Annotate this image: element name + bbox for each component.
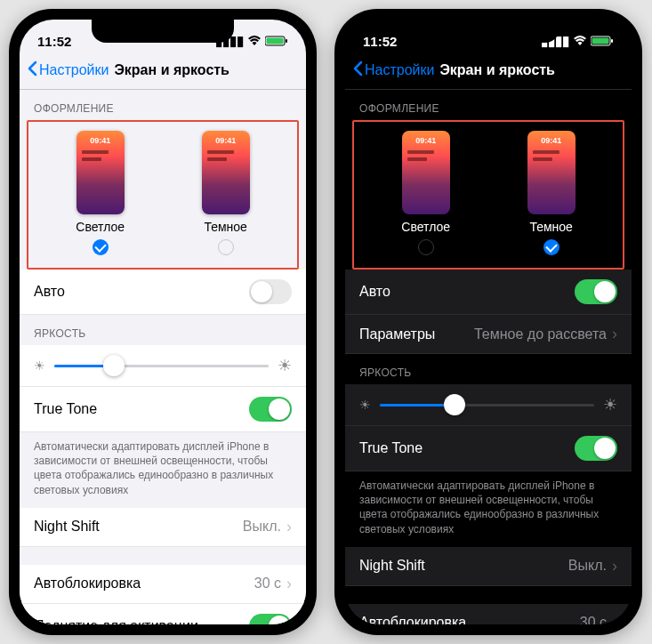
brightness-slider-row: ☀︎ ☀︎ bbox=[20, 345, 306, 387]
theme-label-dark: Темное bbox=[204, 220, 246, 234]
theme-thumb-dark: 09:41 bbox=[527, 131, 576, 214]
theme-label-light: Светлое bbox=[401, 220, 450, 234]
status-time: 11:52 bbox=[363, 34, 397, 49]
chevron-right-icon: › bbox=[612, 557, 617, 576]
brightness-slider-row: ☀︎ ☀︎ bbox=[345, 384, 632, 426]
sun-low-icon: ☀︎ bbox=[34, 358, 45, 373]
theme-radio-light[interactable] bbox=[418, 239, 434, 255]
status-time: 11:52 bbox=[37, 34, 71, 49]
theme-thumb-dark: 09:41 bbox=[202, 131, 250, 214]
chevron-right-icon: › bbox=[612, 614, 617, 624]
back-label: Настройки bbox=[365, 62, 434, 78]
theme-option-dark[interactable]: 09:41 Темное bbox=[527, 131, 576, 255]
chevron-right-icon: › bbox=[612, 325, 617, 343]
row-autolock[interactable]: Автоблокировка 30 с › bbox=[345, 604, 632, 624]
sun-low-icon: ☀︎ bbox=[359, 398, 371, 412]
row-nightshift[interactable]: Night Shift Выкл. › bbox=[345, 547, 632, 586]
section-brightness: ЯРКОСТЬ bbox=[20, 315, 306, 345]
theme-radio-dark[interactable] bbox=[218, 239, 234, 255]
row-autolock[interactable]: Автоблокировка 30 с › bbox=[20, 565, 306, 604]
phone-light: 11:52 ▮▮▮▮ Настройки Экран и яркость ОФО… bbox=[9, 9, 317, 635]
section-brightness: ЯРКОСТЬ bbox=[345, 354, 632, 384]
theme-option-light[interactable]: 09:41 Светлое bbox=[76, 131, 125, 255]
row-nightshift[interactable]: Night Shift Выкл. › bbox=[20, 508, 306, 547]
notch bbox=[92, 20, 234, 43]
truetone-footnote: Автоматически адаптировать дисплей iPhon… bbox=[345, 471, 632, 547]
notch bbox=[417, 20, 559, 43]
theme-panel: 09:41 Светлое 09:41 Темное bbox=[352, 120, 624, 270]
wifi-icon bbox=[573, 34, 587, 49]
section-appearance: ОФОРМЛЕНИЕ bbox=[20, 90, 306, 120]
theme-label-dark: Темное bbox=[529, 220, 572, 234]
nav-bar: Настройки Экран и яркость bbox=[20, 53, 306, 90]
theme-option-light[interactable]: 09:41 Светлое bbox=[401, 131, 450, 255]
chevron-left-icon bbox=[352, 60, 363, 80]
theme-radio-light[interactable] bbox=[93, 239, 109, 255]
battery-icon bbox=[265, 34, 288, 49]
screen: 11:52 ▮▮▮▮ Настройки Экран и яркость ОФО… bbox=[20, 20, 306, 624]
row-auto[interactable]: Авто bbox=[20, 270, 306, 315]
chevron-right-icon: › bbox=[286, 575, 292, 593]
back-button[interactable]: Настройки bbox=[27, 60, 109, 80]
theme-option-dark[interactable]: 09:41 Темное bbox=[202, 131, 250, 255]
svg-rect-5 bbox=[592, 37, 609, 44]
chevron-left-icon bbox=[27, 60, 37, 80]
row-truetone[interactable]: True Tone bbox=[345, 426, 632, 471]
toggle-raise[interactable] bbox=[249, 614, 292, 624]
battery-icon bbox=[591, 34, 614, 49]
row-auto[interactable]: Авто bbox=[345, 270, 632, 315]
page-title: Экран и яркость bbox=[439, 62, 555, 78]
toggle-auto[interactable] bbox=[249, 279, 292, 304]
theme-thumb-light: 09:41 bbox=[76, 131, 125, 214]
back-label: Настройки bbox=[39, 62, 109, 78]
chevron-right-icon: › bbox=[286, 518, 292, 536]
sun-high-icon: ☀︎ bbox=[278, 356, 292, 375]
svg-rect-1 bbox=[286, 39, 287, 43]
back-button[interactable]: Настройки bbox=[352, 60, 434, 80]
section-appearance: ОФОРМЛЕНИЕ bbox=[345, 90, 632, 120]
theme-label-light: Светлое bbox=[76, 220, 125, 234]
row-truetone[interactable]: True Tone bbox=[20, 387, 306, 432]
toggle-truetone[interactable] bbox=[575, 436, 617, 461]
sun-high-icon: ☀︎ bbox=[603, 395, 617, 415]
nav-bar: Настройки Экран и яркость bbox=[345, 53, 632, 90]
theme-thumb-light: 09:41 bbox=[402, 131, 450, 214]
phone-dark: 11:52 ▮▮▮▮ Настройки Экран и яркость ОФО… bbox=[334, 9, 642, 635]
svg-rect-2 bbox=[267, 37, 284, 44]
row-raise[interactable]: Поднятие для активации bbox=[20, 604, 306, 624]
toggle-truetone[interactable] bbox=[249, 397, 292, 422]
toggle-auto[interactable] bbox=[575, 279, 617, 304]
screen: 11:52 ▮▮▮▮ Настройки Экран и яркость ОФО… bbox=[345, 20, 632, 624]
brightness-slider[interactable] bbox=[54, 365, 269, 367]
row-options[interactable]: Параметры Темное до рассвета › bbox=[345, 315, 632, 354]
page-title: Экран и яркость bbox=[114, 62, 229, 78]
brightness-slider[interactable] bbox=[380, 404, 594, 407]
svg-rect-4 bbox=[611, 39, 613, 43]
theme-panel: 09:41 Светлое 09:41 Темное bbox=[27, 120, 299, 270]
theme-radio-dark[interactable] bbox=[543, 239, 559, 255]
wifi-icon bbox=[247, 34, 262, 49]
truetone-footnote: Автоматически адаптировать дисплей iPhon… bbox=[20, 432, 306, 508]
